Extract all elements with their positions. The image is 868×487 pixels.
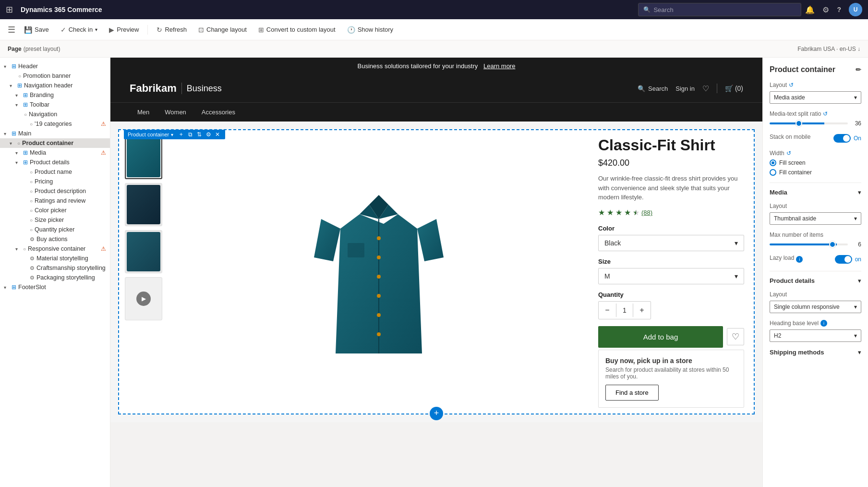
product-description: Our wrinkle-free classic-fit dress shirt… (598, 174, 744, 202)
sidebar-item-navigation[interactable]: ○ Navigation (0, 110, 110, 119)
layout-select[interactable]: Media aside ▾ (770, 91, 861, 104)
sidebar-item-product-details[interactable]: ▾ ⊞ Product details (0, 158, 110, 167)
wishlist-icon[interactable]: ♡ (702, 84, 709, 93)
size-select[interactable]: M ▾ (598, 268, 744, 284)
topbar-search[interactable]: 🔍 (638, 3, 801, 16)
info-icon[interactable]: i (820, 320, 827, 327)
media-section-header[interactable]: Media ▾ (770, 189, 861, 196)
help-icon[interactable]: ? (837, 6, 841, 13)
reset-icon[interactable]: ↺ (789, 82, 794, 88)
warning-icon: ⚠ (101, 121, 106, 127)
nav-item-accessories[interactable]: Accessories (194, 103, 243, 122)
add-icon[interactable]: + (177, 131, 185, 138)
max-items-slider[interactable] (770, 244, 848, 245)
cart-icon[interactable]: 🛒 (0) (725, 85, 743, 92)
product-container[interactable]: Product container ▾ + ⧉ ⇅ ⚙ ✕ (118, 129, 755, 414)
signin-button[interactable]: Sign in (675, 85, 695, 92)
checkin-button[interactable]: ✓ Check in ▾ (56, 24, 103, 36)
pd-layout-select[interactable]: Single column responsive ▾ (770, 301, 861, 313)
color-option: Color Black ▾ (598, 225, 744, 251)
product-title: Classic-Fit Shirt (598, 136, 744, 154)
split-ratio-slider[interactable] (770, 122, 848, 124)
sidebar-item-ratings-review[interactable]: ○ Ratings and review (0, 196, 110, 206)
notification-icon[interactable]: 🔔 (805, 5, 815, 14)
sidebar-item-branding[interactable]: ▾ ⊞ Branding (0, 90, 110, 100)
settings-icon[interactable]: ⚙ (822, 5, 829, 14)
sidebar-item-responsive-container[interactable]: ▾ ○ Responsive container ⚠ (0, 244, 110, 254)
search-button[interactable]: 🔍 Search (638, 85, 668, 92)
history-button[interactable]: 🕐 Show history (342, 24, 398, 36)
store-pickup: Buy now, pick up in a store Search for p… (598, 350, 744, 408)
hamburger-icon[interactable]: ☰ (6, 23, 17, 37)
media-layout-label: Layout (770, 203, 861, 209)
sidebar-item-color-picker[interactable]: ○ Color picker (0, 206, 110, 215)
sidebar-item-product-name[interactable]: ○ Product name (0, 167, 110, 177)
delete-icon[interactable]: ✕ (214, 131, 221, 138)
sidebar-item-buy-actions[interactable]: ⚙ Buy actions (0, 234, 110, 244)
sidebar-item-navigation-header[interactable]: ▾ ⊞ Navigation header (0, 81, 110, 90)
nav-item-women[interactable]: Women (157, 103, 194, 122)
sidebar-item-size-picker[interactable]: ○ Size picker (0, 215, 110, 225)
thumbnail-1[interactable] (125, 136, 162, 179)
shipping-methods-header[interactable]: Shipping methods ▾ (770, 349, 861, 356)
add-to-wishlist-button[interactable]: ♡ (727, 328, 744, 345)
change-layout-button[interactable]: ⊡ Change layout (193, 24, 252, 36)
quantity-decrease-button[interactable]: − (599, 302, 616, 319)
warning-icon: ⚠ (101, 149, 106, 156)
width-fill-container[interactable]: Fill container (770, 169, 861, 176)
topbar-search-input[interactable] (653, 6, 796, 13)
sidebar-item-material-storytelling[interactable]: ⚙ Material storytelling (0, 254, 110, 263)
copy-icon[interactable]: ⧉ (186, 131, 194, 138)
add-to-bag-button[interactable]: Add to bag (598, 326, 723, 348)
info-icon[interactable]: i (796, 256, 803, 263)
sidebar-item-toolbar[interactable]: ▾ ⊞ Toolbar (0, 100, 110, 110)
sidebar-item-19categories[interactable]: ○ '19 categories ⚠ (0, 119, 110, 129)
reset-icon[interactable]: ↺ (786, 150, 791, 157)
edit-icon[interactable]: ✏ (856, 66, 861, 73)
reset-icon[interactable]: ↺ (823, 110, 828, 117)
star-half: ★★ (633, 208, 639, 217)
thumbnail-3[interactable] (125, 230, 162, 273)
toggle-switch[interactable] (833, 134, 851, 143)
sidebar-item-main[interactable]: ▾ ⊞ Main (0, 129, 110, 138)
box-icon: ⊞ (17, 82, 22, 89)
grid-icon[interactable]: ⊞ (6, 4, 13, 15)
learn-more-link[interactable]: Learn more (483, 62, 515, 70)
add-module-button[interactable]: + (430, 407, 443, 420)
thumbnail-2[interactable] (125, 183, 162, 226)
product-details-header[interactable]: Product details ▾ (770, 277, 861, 284)
sidebar-item-media[interactable]: ▾ ⊞ Media ⚠ (0, 148, 110, 158)
sidebar-item-pricing[interactable]: ○ Pricing (0, 177, 110, 186)
sidebar-item-packaging-storytelling[interactable]: ⚙ Packaging storytelling (0, 273, 110, 282)
convert-button[interactable]: ⊞ Convert to custom layout (253, 24, 340, 36)
sidebar-item-product-container[interactable]: ▾ ○ Product container (0, 138, 110, 148)
move-icon[interactable]: ⇅ (195, 131, 203, 138)
split-slider-row: 36 (770, 120, 861, 127)
heading-level-select[interactable]: H2 ▾ (770, 329, 861, 342)
sidebar-item-quantity-picker[interactable]: ○ Quantity picker (0, 225, 110, 234)
locale-label[interactable]: Fabrikam USA · en-US ↓ (797, 46, 860, 52)
chevron-down-icon: ▾ (854, 215, 857, 222)
media-layout-select[interactable]: Thumbnail aside ▾ (770, 212, 861, 225)
topbar-icons: 🔔 ⚙ ? U (805, 3, 862, 16)
quantity-increase-button[interactable]: + (633, 302, 651, 319)
svg-point-6 (377, 332, 381, 336)
sidebar-item-craftsmanship-storytelling[interactable]: ⚙ Craftsmanship storytelling (0, 263, 110, 273)
sidebar-item-promotion-banner[interactable]: ○ Promotion banner (0, 71, 110, 81)
save-button[interactable]: 💾 Save (19, 24, 54, 36)
color-select[interactable]: Black ▾ (598, 235, 744, 251)
lazy-toggle-switch[interactable] (835, 255, 852, 264)
review-count[interactable]: (88) (641, 209, 652, 216)
refresh-button[interactable]: ↻ Refresh (152, 24, 192, 36)
preview-button[interactable]: ▶ Preview (104, 24, 144, 36)
sidebar-item-footerslot[interactable]: ▾ ⊞ FooterSlot (0, 282, 110, 292)
nav-item-men[interactable]: Men (130, 103, 157, 122)
sidebar-item-header[interactable]: ▾ ⊞ Header (0, 61, 110, 71)
star-rating: ★ ★ ★ ★ ★★ (88) (598, 208, 744, 217)
sidebar-item-product-description[interactable]: ○ Product description (0, 186, 110, 196)
width-fill-screen[interactable]: Fill screen (770, 159, 861, 166)
avatar[interactable]: U (849, 3, 862, 16)
find-store-button[interactable]: Find a store (605, 385, 659, 401)
settings-icon[interactable]: ⚙ (205, 131, 212, 138)
thumbnail-4[interactable]: ▶ (125, 277, 162, 320)
